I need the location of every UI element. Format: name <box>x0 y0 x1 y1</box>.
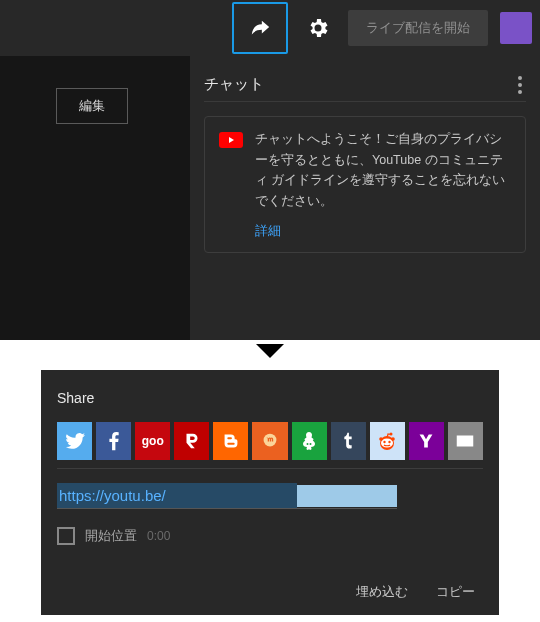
yahoo-icon[interactable] <box>409 422 444 460</box>
chat-title: チャット <box>204 75 264 94</box>
svg-point-9 <box>379 437 383 441</box>
youtube-icon <box>219 132 243 148</box>
left-pane: 編集 <box>0 56 190 340</box>
twitter-icon[interactable] <box>57 422 92 460</box>
avatar[interactable] <box>500 12 532 44</box>
toolbar: ライブ配信を開始 <box>0 0 540 56</box>
settings-button[interactable] <box>294 4 342 52</box>
edit-button[interactable]: 編集 <box>56 88 128 124</box>
tumblr-icon[interactable] <box>331 422 366 460</box>
share-arrow-icon <box>247 17 273 39</box>
chat-menu-button[interactable] <box>514 76 526 94</box>
svg-point-0 <box>518 76 522 80</box>
start-at-label: 開始位置 <box>85 527 137 545</box>
top-panel: ライブ配信を開始 編集 チャット <box>0 0 540 340</box>
facebook-icon[interactable] <box>96 422 131 460</box>
share-url-text: https://youtu.be/ <box>57 483 297 508</box>
connector-arrow <box>0 340 540 370</box>
mixi-icon[interactable] <box>252 422 287 460</box>
svg-point-8 <box>391 437 395 441</box>
reddit-icon[interactable] <box>370 422 405 460</box>
start-at-time: 0:00 <box>147 529 170 543</box>
share-dialog: Share goo <box>41 370 499 615</box>
gear-icon <box>306 16 330 40</box>
embed-button[interactable]: 埋め込む <box>356 583 408 601</box>
share-url-field[interactable]: https://youtu.be/ <box>57 483 397 509</box>
chat-welcome-text: チャットへようこそ！ご自身のプライバシーを守るとともに、YouTube のコミュ… <box>255 129 511 212</box>
blogger-icon[interactable] <box>213 422 248 460</box>
kebab-icon <box>518 76 522 94</box>
chat-panel: チャット チャットへようこそ！ご自身のプライバシーを守るとともに、YouTube… <box>190 56 540 340</box>
divider <box>57 468 483 469</box>
share-icons-row: goo <box>57 422 483 460</box>
copy-button[interactable]: コピー <box>436 583 475 601</box>
rakuten-icon[interactable] <box>174 422 209 460</box>
share-url-masked-part <box>297 485 397 507</box>
svg-point-7 <box>389 441 391 443</box>
chat-learn-more-link[interactable]: 詳細 <box>255 222 511 240</box>
goo-icon[interactable]: goo <box>135 422 170 460</box>
svg-point-6 <box>384 441 386 443</box>
svg-point-2 <box>518 90 522 94</box>
share-dialog-title: Share <box>57 390 483 406</box>
start-at-checkbox[interactable] <box>57 527 75 545</box>
share-button[interactable] <box>232 2 288 54</box>
ameba-icon[interactable] <box>292 422 327 460</box>
chat-welcome-card: チャットへようこそ！ご自身のプライバシーを守るとともに、YouTube のコミュ… <box>204 116 526 253</box>
email-icon[interactable] <box>448 422 483 460</box>
start-stream-button[interactable]: ライブ配信を開始 <box>348 10 488 46</box>
svg-point-1 <box>518 83 522 87</box>
